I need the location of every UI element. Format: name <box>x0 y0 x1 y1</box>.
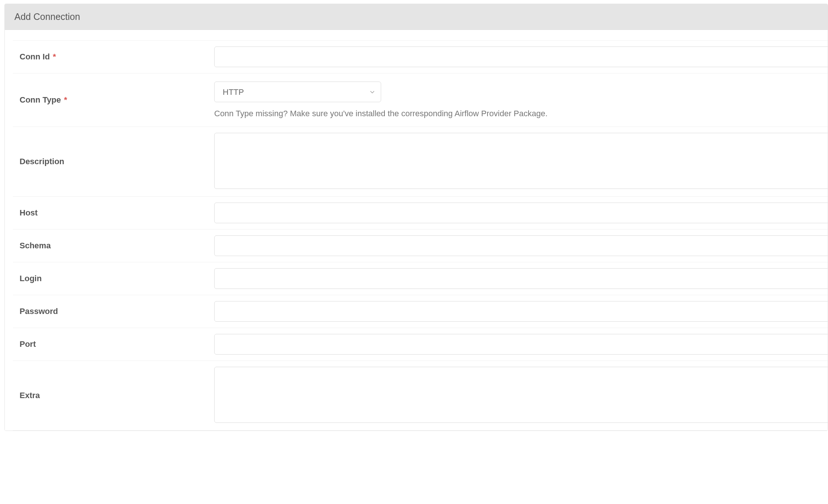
required-star-icon: * <box>53 52 56 61</box>
port-input[interactable] <box>214 334 828 355</box>
row-host: Host <box>13 197 828 229</box>
password-input[interactable] <box>214 301 828 322</box>
conn-type-select[interactable]: HTTP <box>214 82 381 102</box>
connection-form: Conn Id * Conn Type * <box>13 40 828 431</box>
login-input[interactable] <box>214 268 828 289</box>
label-text-password: Password <box>20 307 58 316</box>
conn-id-input[interactable] <box>214 46 828 67</box>
label-password: Password <box>13 295 214 328</box>
row-extra: Extra <box>13 361 828 431</box>
schema-input[interactable] <box>214 235 828 256</box>
extra-textarea[interactable] <box>214 367 828 423</box>
label-description: Description <box>13 127 214 197</box>
label-port: Port <box>13 328 214 361</box>
row-description: Description <box>13 127 828 197</box>
host-input[interactable] <box>214 203 828 223</box>
label-text-login: Login <box>20 274 42 283</box>
label-extra: Extra <box>13 361 214 431</box>
row-conn-id: Conn Id * <box>13 41 828 73</box>
label-login: Login <box>13 262 214 295</box>
conn-type-helper-text: Conn Type missing? Make sure you've inst… <box>214 109 828 118</box>
label-text-conn-id: Conn Id <box>20 52 50 61</box>
row-password: Password <box>13 295 828 328</box>
conn-type-select-wrap: HTTP <box>214 82 381 102</box>
panel-body: Conn Id * Conn Type * <box>5 40 828 431</box>
label-text-port: Port <box>20 339 36 349</box>
panel-header: Add Connection <box>5 4 828 30</box>
label-text-extra: Extra <box>20 391 40 400</box>
label-text-conn-type: Conn Type <box>20 95 61 104</box>
row-login: Login <box>13 262 828 295</box>
required-star-icon: * <box>64 95 67 104</box>
row-port: Port <box>13 328 828 361</box>
label-text-host: Host <box>20 208 38 217</box>
label-host: Host <box>13 197 214 229</box>
label-conn-type: Conn Type * <box>13 73 214 127</box>
description-textarea[interactable] <box>214 133 828 189</box>
label-text-description: Description <box>20 157 64 166</box>
add-connection-panel: Add Connection Conn Id * <box>4 4 828 431</box>
row-schema: Schema <box>13 229 828 262</box>
panel-title: Add Connection <box>14 11 818 22</box>
row-conn-type: Conn Type * HTTP <box>13 73 828 127</box>
label-text-schema: Schema <box>20 241 51 250</box>
label-conn-id: Conn Id * <box>13 41 214 73</box>
label-schema: Schema <box>13 229 214 262</box>
